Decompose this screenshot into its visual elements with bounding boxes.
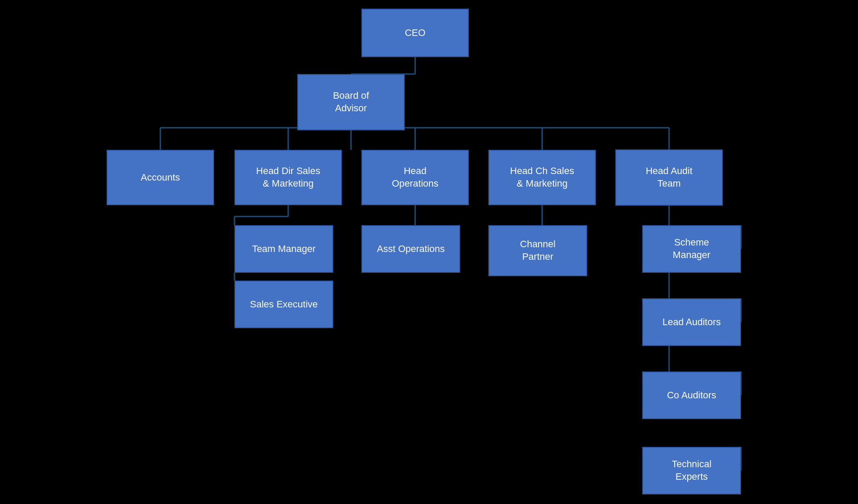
asst-operations-node: Asst Operations (361, 225, 460, 273)
head-ch-sales-node: Head Ch Sales& Marketing (488, 150, 596, 205)
head-operations-node: HeadOperations (361, 150, 469, 205)
head-audit-team-node: Head AuditTeam (615, 149, 723, 206)
org-chart: CEO Board ofAdvisor Accounts Head Dir Sa… (0, 0, 858, 504)
board-of-advisor-node: Board ofAdvisor (297, 74, 405, 130)
accounts-node: Accounts (107, 150, 214, 205)
head-dir-sales-node: Head Dir Sales& Marketing (234, 150, 342, 205)
sales-executive-node: Sales Executive (234, 281, 333, 328)
channel-partner-node: ChannelPartner (488, 225, 587, 276)
ceo-node: CEO (361, 9, 469, 57)
team-manager-node: Team Manager (234, 225, 333, 273)
lead-auditors-node: Lead Auditors (642, 298, 741, 346)
technical-experts-node: TechnicalExperts (642, 447, 741, 494)
co-auditors-node: Co Auditors (642, 372, 741, 419)
scheme-manager-node: SchemeManager (642, 225, 741, 273)
